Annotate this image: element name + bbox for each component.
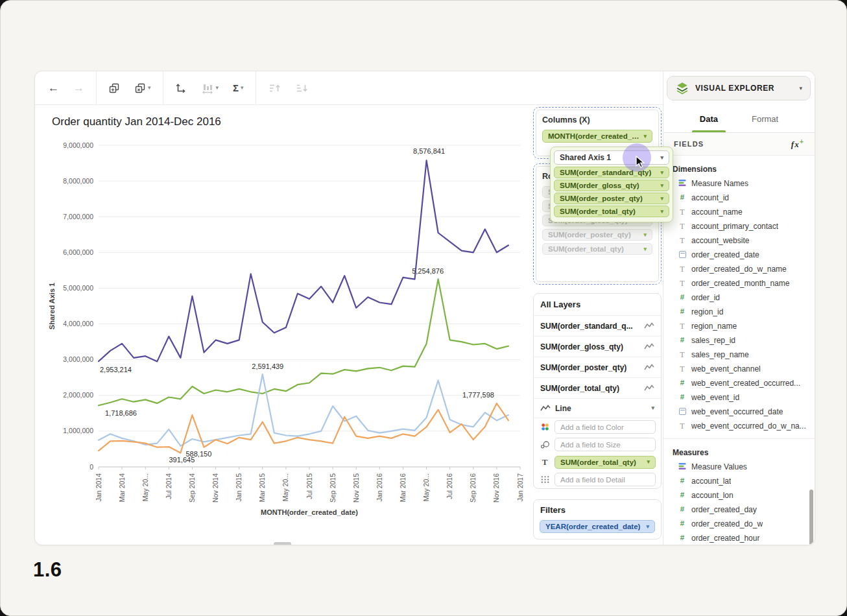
field-item[interactable]: #region_id	[663, 305, 815, 319]
detail-field-input[interactable]: Add a field to Detail	[555, 473, 656, 486]
back-button[interactable]: ←	[44, 78, 63, 99]
field-item[interactable]: order_created_date	[663, 248, 815, 262]
duplicate-button[interactable]	[104, 78, 124, 99]
layer-label: SUM(order_gloss_qty)	[540, 342, 623, 351]
rows-field-pill[interactable]: SUM(order_poster_qty)▾	[542, 229, 652, 241]
text-field-pill[interactable]: SUM(order_total_qty) ▾	[555, 456, 656, 469]
field-item[interactable]: Measure Names	[663, 176, 815, 191]
visual-explorer-logo	[675, 81, 689, 95]
visual-explorer-label: VISUAL EXPLORER	[695, 84, 774, 93]
tab-format[interactable]: Format	[749, 105, 781, 132]
layer-row[interactable]: SUM(order_gloss_qty)	[534, 337, 661, 357]
field-item[interactable]: #web_event_created_occurred...	[663, 376, 815, 390]
field-item[interactable]: Tregion_name	[663, 319, 815, 333]
sort-descending-button[interactable]	[291, 78, 312, 99]
sigma-icon: Σ	[233, 83, 239, 93]
filters-panel: Filters YEAR(order_created_date) ▾	[533, 499, 662, 539]
x-tick-label: Sep 2016	[469, 473, 477, 503]
rows-field-label: SUM(order_poster_qty)	[548, 231, 639, 239]
field-item[interactable]: #account_lon	[663, 488, 815, 503]
field-item[interactable]: #order_created_do_w	[663, 517, 815, 531]
field-item[interactable]: #sales_rep_id	[663, 333, 815, 348]
color-field-input[interactable]: Add a field to Color	[555, 420, 656, 434]
filter-field-pill[interactable]: YEAR(order_created_date) ▾	[540, 520, 655, 533]
chevron-down-icon: ▾	[241, 85, 244, 91]
field-item[interactable]: Torder_created_do_w_name	[663, 262, 815, 276]
field-item[interactable]: #order_created_day	[663, 503, 815, 517]
text-type-icon: T	[678, 322, 687, 330]
series-line[interactable]	[99, 279, 508, 405]
popup-field-label: SUM(order_total_qty)	[560, 207, 656, 215]
field-item[interactable]: #order_created_hour	[663, 531, 815, 545]
size-field-input[interactable]: Add a field to Size	[555, 438, 656, 451]
line-mark-icon	[644, 385, 654, 392]
field-item[interactable]: #account_lat	[663, 474, 815, 488]
field-item[interactable]: Measure Values	[663, 460, 815, 474]
shared-axis-select[interactable]: Shared Axis 1 ▾	[554, 150, 669, 165]
chevron-down-icon: ▾	[643, 232, 647, 238]
aggregate-button[interactable]: Σ ▾	[229, 78, 248, 99]
columns-field-pill[interactable]: MONTH(order_created_da... ▾	[542, 130, 652, 143]
line-chart[interactable]: 01,000,0002,000,0003,000,0004,000,0005,0…	[44, 105, 532, 545]
sort-ascending-button[interactable]	[264, 78, 285, 99]
layer-row[interactable]: SUM(order_total_qty)	[534, 378, 661, 399]
field-item[interactable]: web_event_occurred_date	[663, 405, 815, 419]
add-calculated-field-button[interactable]: fx+	[791, 138, 804, 150]
series-line[interactable]	[99, 160, 508, 361]
field-item[interactable]: Tweb_event_occurred_do_w_na...	[663, 419, 815, 433]
visual-explorer-button[interactable]: VISUAL EXPLORER ▾	[667, 76, 811, 101]
resize-bars-button[interactable]: ▾	[197, 78, 223, 99]
forward-icon: →	[73, 82, 84, 93]
popup-field-pill[interactable]: SUM(order_poster_qty)▾	[554, 193, 669, 204]
series-line[interactable]	[99, 374, 508, 445]
sort-group	[264, 78, 312, 99]
forward-button[interactable]: →	[69, 78, 88, 99]
popup-field-pill[interactable]: SUM(order_standard_qty)▾	[554, 167, 669, 178]
mark-type-label: Line	[555, 404, 571, 413]
chart-tools-group: ▾ Σ ▾	[171, 78, 248, 99]
popup-field-pill[interactable]: SUM(order_total_qty)▾	[554, 206, 669, 217]
popup-field-pill[interactable]: SUM(order_gloss_qty)▾	[554, 180, 669, 191]
mark-type-select[interactable]: Line ▾	[534, 399, 661, 418]
page-number: 1.6	[33, 558, 62, 582]
detail-shelf: Add a field to Detail	[534, 471, 661, 488]
remove-duplicate-button[interactable]: ▾	[130, 78, 155, 99]
field-item[interactable]: #account_id	[663, 191, 815, 205]
field-item[interactable]: Tsales_rep_name	[663, 348, 815, 362]
swap-axes-button[interactable]	[171, 78, 191, 99]
measure-set-icon	[678, 462, 687, 471]
y-tick-label: 5,000,000	[63, 284, 93, 292]
history-group: ← →	[44, 78, 88, 99]
field-item[interactable]: Taccount_primary_contact	[663, 219, 815, 233]
sidebar-scrollbar[interactable]	[809, 490, 813, 545]
text-field-label: SUM(order_total_qty)	[560, 458, 643, 466]
field-label: Measure Names	[691, 179, 748, 188]
x-tick-label: Nov 2015	[352, 473, 360, 503]
field-item[interactable]: #order_id	[663, 290, 815, 305]
field-item[interactable]: #web_event_id	[663, 390, 815, 405]
number-type-icon: #	[678, 520, 687, 528]
y-tick-label: 2,000,000	[63, 391, 93, 399]
field-label: web_event_id	[691, 393, 739, 402]
layer-row[interactable]: SUM(order_poster_qty)	[534, 357, 661, 378]
field-label: order_created_date	[691, 250, 759, 259]
chart-horizontal-scrollbar[interactable]	[274, 542, 291, 545]
field-item[interactable]: Taccount_name	[663, 205, 815, 219]
field-item[interactable]: Taccount_website	[663, 233, 815, 248]
calendar-icon	[678, 408, 687, 416]
text-type-icon: T	[678, 265, 687, 273]
tab-data[interactable]: Data	[697, 105, 721, 132]
x-tick-label: May 20...	[141, 473, 149, 501]
field-item[interactable]: Tweb_event_channel	[663, 362, 815, 376]
field-label: region_name	[691, 322, 737, 331]
toolbar-divider	[96, 71, 97, 104]
x-tick-label: Sep 2014	[188, 473, 196, 503]
duplicate-remove-icon	[134, 82, 146, 94]
all-layers-panel: All Layers SUM(order_standard_q...SUM(or…	[533, 293, 662, 489]
layer-row[interactable]: SUM(order_standard_q...	[534, 316, 661, 337]
rows-field-pill[interactable]: SUM(order_total_qty)▾	[542, 243, 652, 255]
chevron-down-icon: ▾	[799, 86, 802, 91]
color-shelf: Add a field to Color	[534, 418, 661, 436]
field-item[interactable]: Torder_created_month_name	[663, 276, 815, 290]
x-tick-label: Jan 2017	[516, 473, 524, 501]
